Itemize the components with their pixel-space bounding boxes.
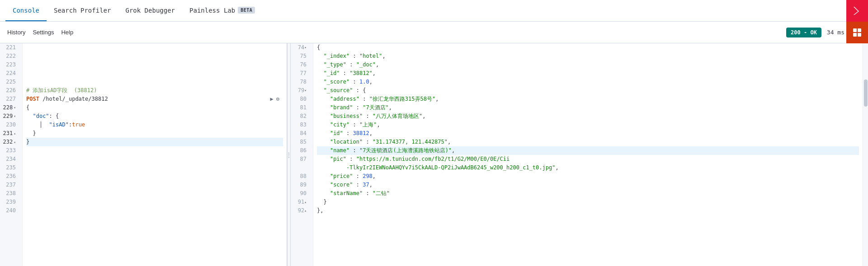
comment-text: # 添加isAD字段 (38812) — [26, 86, 97, 95]
toolbar: History Settings Help 200 - OK 34 ms + — [0, 22, 868, 43]
time-badge: 34 ms — [827, 29, 844, 36]
toolbar-right: 200 - OK 34 ms + — [786, 27, 861, 38]
history-button[interactable]: History — [7, 27, 25, 37]
panel-divider[interactable]: ⋮ — [287, 43, 291, 266]
resp-line-92: }, — [317, 206, 859, 215]
code-line-236 — [26, 172, 283, 181]
tab-console[interactable]: Console — [5, 0, 47, 21]
line-numbers-left: 221 222 223 224 225 226 227 228 ▾ 229 ▾ … — [0, 43, 23, 266]
resp-line-79: "_source" : { — [317, 86, 859, 95]
settings-button[interactable]: Settings — [33, 27, 54, 37]
resp-line-82: "business" : "八万人体育场地区", — [317, 112, 859, 121]
code-line-227: POST /hotel/_update/38812 ▶ ⚙ — [26, 95, 283, 103]
kibana-icon — [846, 0, 868, 22]
code-line-232: } — [26, 138, 283, 146]
resp-line-89: "score" : 37, — [317, 181, 859, 189]
line-numbers-right: 74 ▾ 75 76 77 78 79 ▾ 80 81 82 83 84 85 … — [291, 43, 313, 266]
editor-area[interactable]: 221 222 223 224 225 226 227 228 ▾ 229 ▾ … — [0, 43, 287, 266]
tab-grok-debugger[interactable]: Grok Debugger — [118, 0, 182, 21]
resp-line-86: "name" : "7天连锁酒店(上海漕溪路地铁站店)", — [317, 146, 859, 155]
code-line-224 — [26, 69, 283, 78]
code-line-237 — [26, 181, 283, 189]
code-line-229: "doc": { — [26, 112, 283, 121]
code-line-228: { — [26, 103, 283, 112]
code-line-226: # 添加isAD字段 (38812) — [26, 86, 283, 95]
key-isAD: │ — [39, 121, 42, 129]
code-line-221 — [26, 43, 283, 52]
beta-badge: BETA — [238, 7, 255, 14]
http-method: POST — [26, 95, 39, 103]
resp-line-74: { — [317, 43, 859, 52]
line-actions: ▶ ⚙ — [270, 95, 279, 103]
right-panel: 74 ▾ 75 76 77 78 79 ▾ 80 81 82 83 84 85 … — [291, 43, 868, 266]
resp-line-87b: -TlkyIr2IEWNoAAHQYv7i5CkAALD-QP2iJwAAdB6… — [317, 163, 859, 172]
code-line-239 — [26, 198, 283, 206]
resp-line-84: "id" : 38812, — [317, 129, 859, 138]
resp-line-83: "city" : "上海", — [317, 121, 859, 129]
scrollbar-thumb[interactable] — [864, 79, 868, 107]
tab-painless-lab[interactable]: Painless Lab BETA — [182, 0, 262, 21]
svg-rect-0 — [853, 28, 857, 32]
resp-line-91: } — [317, 198, 859, 206]
code-line-240 — [26, 206, 283, 215]
editor-code[interactable]: # 添加isAD字段 (38812) POST /hotel/_update/3… — [23, 43, 287, 266]
scrollbar[interactable] — [863, 43, 868, 266]
office-icon — [846, 22, 868, 43]
svg-rect-1 — [858, 28, 861, 32]
code-line-238 — [26, 189, 283, 198]
help-button[interactable]: Help — [61, 27, 73, 37]
code-line-231: } — [26, 129, 283, 138]
code-line-225 — [26, 78, 283, 86]
response-code: { "_index" : "hotel", "_type" : "_doc", … — [313, 43, 863, 266]
request-path: /hotel/_update/38812 — [39, 95, 108, 103]
code-line-223 — [26, 61, 283, 69]
code-line-235 — [26, 163, 283, 172]
resp-line-81: "brand" : "7天酒店", — [317, 103, 859, 112]
left-panel: 221 222 223 224 225 226 227 228 ▾ 229 ▾ … — [0, 43, 287, 266]
resp-line-76: "_type" : "_doc", — [317, 61, 859, 69]
resp-line-87a: "pic" : "https://m.tuniucdn.com/fb2/t1/G… — [317, 155, 859, 163]
code-line-222 — [26, 52, 283, 61]
wrench-icon[interactable]: ⚙ — [276, 95, 279, 103]
resp-line-77: "_id" : "38812", — [317, 69, 859, 78]
svg-rect-3 — [858, 33, 861, 37]
tab-search-profiler[interactable]: Search Profiler — [47, 0, 118, 21]
resp-line-88: "price" : 298, — [317, 172, 859, 181]
resp-line-85: "location" : "31.174377, 121.442875", — [317, 138, 859, 146]
resp-line-90: "starName" : "二钻" — [317, 189, 859, 198]
main-content: 221 222 223 224 225 226 227 228 ▾ 229 ▾ … — [0, 43, 868, 266]
run-icon[interactable]: ▶ — [270, 95, 274, 103]
svg-rect-2 — [853, 33, 857, 37]
resp-line-75: "_index" : "hotel", — [317, 52, 859, 61]
resp-line-78: "_score" : 1.0, — [317, 78, 859, 86]
resp-line-80: "address" : "徐汇龙华西路315弄58号", — [317, 95, 859, 103]
code-line-230: │ "isAD":true — [26, 121, 283, 129]
code-line-234 — [26, 155, 283, 163]
code-line-233 — [26, 146, 283, 155]
status-badge: 200 - OK — [786, 28, 821, 37]
top-nav: Console Search Profiler Grok Debugger Pa… — [0, 0, 868, 22]
